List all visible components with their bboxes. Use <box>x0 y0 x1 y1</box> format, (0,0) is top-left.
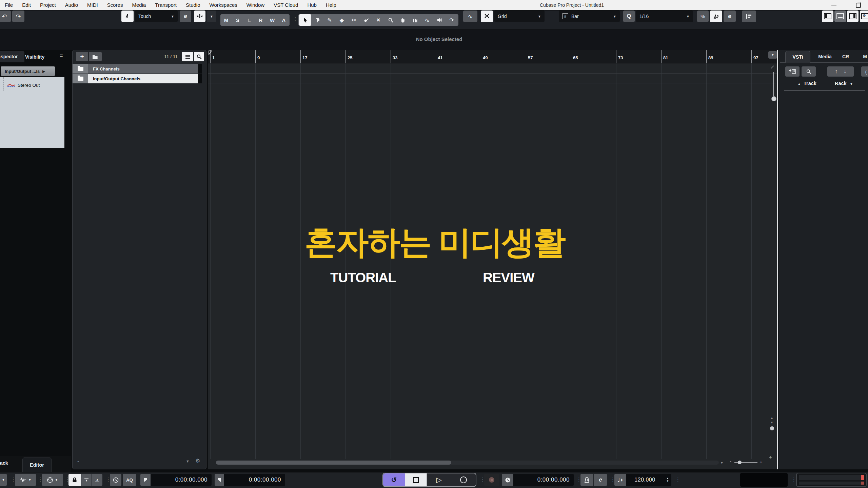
quantize-panel-button[interactable]: e <box>724 11 736 22</box>
snap-curve-button[interactable]: ∿ <box>463 11 477 22</box>
redo-button[interactable]: ↷ <box>12 11 24 22</box>
quantize-preset-select[interactable]: 1/16▼ <box>636 11 693 22</box>
snap-type-select[interactable]: Grid▼ <box>494 11 545 22</box>
project-start-flag-icon[interactable] <box>209 50 212 55</box>
undo-button[interactable]: ↶ <box>0 11 11 22</box>
track-name[interactable]: Input/Output Channels <box>88 74 198 83</box>
record-mode-button[interactable] <box>110 474 121 486</box>
suspend-automation-button[interactable]: A <box>278 17 290 23</box>
snap-toggle-button[interactable] <box>481 11 493 22</box>
right-zone-track-header[interactable]: Track <box>804 81 816 86</box>
menu-item[interactable]: VST Cloud <box>274 2 298 8</box>
menu-item[interactable]: MIDI <box>87 2 98 8</box>
vertical-zoom-slider[interactable] <box>773 72 774 98</box>
tab-track[interactable]: Track <box>0 460 8 466</box>
transport-drag-handle[interactable]: ⋮ <box>675 478 680 481</box>
waveform-zoom-handle[interactable] <box>770 426 774 430</box>
mute-all-button[interactable]: M <box>220 17 232 23</box>
write-all-button[interactable]: W <box>267 17 278 23</box>
find-instrument-button[interactable] <box>802 66 816 77</box>
track-name[interactable]: FX Channels <box>88 64 198 74</box>
scroll-up-icon[interactable]: ▲ <box>770 416 773 420</box>
automation-edit-button[interactable]: e <box>180 11 191 22</box>
track-scale-minus[interactable]: - <box>77 458 79 464</box>
add-track-button[interactable]: + <box>76 52 88 61</box>
erase-tool[interactable]: ◆ <box>336 15 348 25</box>
menu-item[interactable]: Workspaces <box>210 2 237 8</box>
quantize-icon-button[interactable]: Q <box>623 11 635 22</box>
menu-item[interactable]: Scores <box>107 2 123 8</box>
time-format-button[interactable] <box>502 474 513 486</box>
cycle-button[interactable]: ↺ <box>383 473 405 486</box>
inspector-menu-icon[interactable]: = <box>60 53 63 59</box>
performance-meter[interactable] <box>796 473 867 487</box>
record-button[interactable] <box>451 473 476 486</box>
menu-item[interactable]: Transport <box>155 2 177 8</box>
vertical-zoom-handle[interactable] <box>771 96 776 101</box>
constrain-delay-compensation-button[interactable] <box>68 474 81 486</box>
tempo-mode-button[interactable]: ♩ ▲▼ <box>614 474 626 486</box>
auto-scroll-options[interactable]: ▼ <box>207 11 216 22</box>
tab-cr[interactable]: CR <box>838 51 853 62</box>
tempo-display[interactable]: 120.000 <box>626 474 664 486</box>
menu-item[interactable]: Studio <box>186 2 200 8</box>
draw-tool[interactable]: ✎ <box>323 15 336 25</box>
auto-scroll-button[interactable] <box>194 11 205 22</box>
play-tool[interactable] <box>433 15 446 25</box>
toolbar-drag-handle[interactable]: ⋮ <box>293 17 298 21</box>
track-list-settings-gear-icon[interactable]: ⚙ <box>195 458 200 464</box>
audio-alignment-button[interactable] <box>742 11 756 22</box>
metronome-setup-button[interactable]: e <box>594 474 607 486</box>
split-tool[interactable]: ✂ <box>348 15 360 25</box>
iterative-quantize-button[interactable]: % <box>697 11 709 22</box>
automation-mode-select[interactable]: Touch▼ <box>135 11 178 22</box>
auto-quantize-button[interactable]: AQ <box>123 474 136 486</box>
left-locator-button[interactable] <box>140 474 151 486</box>
automation-panel-button[interactable] <box>121 11 134 22</box>
zoom-h-minus[interactable]: - <box>730 458 731 464</box>
tab-media[interactable]: Media <box>813 51 837 62</box>
audiowarp-quantize-button[interactable] <box>710 11 722 22</box>
rack-menu-icon[interactable]: ▼ <box>850 82 853 86</box>
midi-activity-button[interactable]: ▼ <box>42 474 63 486</box>
secondary-time-display[interactable]: 0:00:00.000 <box>224 474 285 486</box>
spinner-down-icon[interactable]: ▼ <box>666 480 669 483</box>
left-zone-toggle[interactable] <box>822 11 833 22</box>
punch-points-button[interactable] <box>484 474 499 486</box>
track-filter-button[interactable] <box>182 52 193 61</box>
audio-activity-button[interactable]: ▼ <box>15 474 36 486</box>
zoom-tool[interactable] <box>384 15 397 25</box>
hand-tool[interactable] <box>397 15 409 25</box>
menu-item[interactable]: Hub <box>307 2 317 8</box>
transport-drag-handle[interactable]: ⋮ <box>791 478 796 481</box>
menu-item[interactable]: Edit <box>22 2 31 8</box>
horizontal-scrollbar-thumb[interactable] <box>216 461 451 465</box>
menu-item[interactable]: Help <box>326 2 336 8</box>
punch-out-button[interactable]: ▲ <box>92 474 102 486</box>
right-zone-toggle[interactable] <box>847 11 859 22</box>
zoom-preset-menu-icon[interactable]: ▼ <box>720 461 724 465</box>
transport-partial-button[interactable]: ▼ <box>0 474 7 486</box>
track-row-io-channels[interactable]: Input/Output Channels <box>73 74 202 83</box>
tab-meter[interactable]: M <box>860 51 868 62</box>
tab-visibility[interactable]: Visibility <box>25 54 44 60</box>
curve-tool[interactable]: ∿ <box>421 15 433 25</box>
play-button[interactable]: ▷ <box>427 473 451 486</box>
menu-item[interactable]: File <box>5 2 13 8</box>
right-locator-button[interactable] <box>215 474 224 486</box>
track-scale-menu-icon[interactable]: ▼ <box>186 459 190 463</box>
tempo-spinner[interactable]: ▲▼ <box>664 474 671 486</box>
stop-button[interactable] <box>405 473 427 486</box>
tab-inspector[interactable]: Inspector <box>0 51 24 62</box>
primary-time-display[interactable]: 0:00:00.000 <box>151 474 212 486</box>
read-all-button[interactable]: R <box>255 17 267 23</box>
track-row-fx-channels[interactable]: FX Channels <box>73 64 202 74</box>
glue-tool[interactable] <box>360 15 372 25</box>
minimize-button[interactable] <box>831 5 836 5</box>
range-selection-tool[interactable] <box>311 15 323 25</box>
track-search-button[interactable] <box>194 52 204 61</box>
inspector-section-button[interactable]: Input/Output ...ls ▶ <box>1 66 55 76</box>
zoom-h-plus[interactable]: + <box>760 459 763 465</box>
lower-zone-toggle[interactable] <box>834 11 846 22</box>
metronome-button[interactable] <box>580 474 593 486</box>
